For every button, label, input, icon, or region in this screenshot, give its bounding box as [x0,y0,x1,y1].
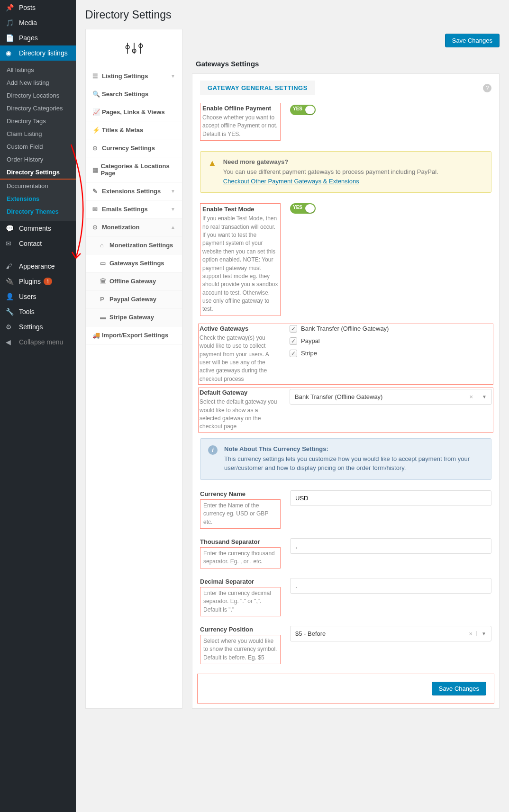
nav-currency-settings[interactable]: ⊙Currency Settings [86,139,182,157]
settings-sidebar: ☰Listing Settings▼ 🔍Search Settings 📈Pag… [85,29,182,709]
plug-icon: 🔌 [6,278,15,285]
default-gateway-select[interactable]: Bank Transfer (Offline Gateway) × ▼ [290,389,492,405]
media-icon: 🎵 [6,19,15,27]
sub-locations[interactable]: Directory Locations [0,89,76,102]
mail-icon: ✉ [6,240,15,247]
nav-monetization[interactable]: ⊙Monetization▲ [86,218,182,236]
help-icon[interactable]: ? [483,84,491,92]
default-gateway-desc: Select the default gateway you would lik… [200,398,280,431]
save-changes-bottom-button[interactable]: Save Changes [432,682,486,695]
nav-categories-locations[interactable]: ▦Categories & Locations Page [86,157,182,182]
active-gateways-label: Active Gateways [200,325,280,332]
comment-icon: 💬 [6,225,15,232]
save-changes-top-button[interactable]: Save Changes [445,34,500,47]
menu-plugins[interactable]: 🔌Plugins1 [0,274,76,289]
gateway-bank-checkbox[interactable]: ✓Bank Transfer (Offline Gateway) [290,325,492,333]
info-icon: i [208,445,218,455]
nav-stripe-gateway[interactable]: ▬Stripe Gateway [86,308,182,326]
page-icon: 📄 [6,34,15,42]
thousand-sep-input[interactable] [290,538,491,554]
sub-directory-themes[interactable]: Directory Themes [0,205,76,218]
chevron-down-icon: ▼ [171,73,175,79]
bolt-icon: ⚡ [92,126,102,134]
gateway-paypal-checkbox[interactable]: ✓Paypal [290,337,492,345]
nav-search-settings[interactable]: 🔍Search Settings [86,85,182,103]
sub-documentation[interactable]: Documentation [0,180,76,192]
clear-icon[interactable]: × [466,393,477,400]
submenu-directory: All listings Add New listing Directory L… [0,61,76,221]
test-mode-desc: If you enable Test Mode, then no real tr… [202,215,278,314]
grid-icon: ▦ [92,166,101,173]
collapse-icon: ◀ [6,338,15,346]
nav-listing-settings[interactable]: ☰Listing Settings▼ [86,67,182,85]
chevron-down-icon: ▼ [476,631,486,636]
sub-all-listings[interactable]: All listings [0,63,76,76]
currency-name-label: Currency Name [200,490,281,497]
menu-users[interactable]: 👤Users [0,289,76,304]
nav-titles-metas[interactable]: ⚡Titles & Metas [86,121,182,139]
nav-offline-gateway[interactable]: 🏛Offline Gateway [86,272,182,290]
plugins-badge: 1 [44,278,52,285]
menu-directory-listings[interactable]: ◉Directory listings [0,45,76,61]
enable-offline-label: Enable Offline Payment [202,105,278,112]
currency-position-label: Currency Position [200,626,281,633]
nav-emails-settings[interactable]: ✉Emails Settings▼ [86,200,182,218]
decimal-sep-input[interactable] [290,578,491,594]
test-mode-label: Enable Test Mode [202,206,278,213]
user-icon: 👤 [6,293,15,300]
sub-order-history[interactable]: Order History [0,153,76,166]
bank-icon: 🏛 [100,278,109,285]
nav-extensions-settings[interactable]: ✎Extensions Settings▼ [86,182,182,200]
sliders-icon: ⚙ [6,323,15,331]
sub-directory-settings[interactable]: Directory Settings [0,166,76,180]
sub-claim[interactable]: Claim Listing [0,127,76,140]
truck-icon: 🚚 [92,332,102,339]
envelope-icon: ✉ [92,206,102,213]
sub-add-new[interactable]: Add New listing [0,76,76,89]
page-title: Directory Settings [85,5,500,29]
default-gateway-label: Default Gateway [200,389,280,396]
menu-posts[interactable]: 📌Posts [0,0,76,15]
wand-icon: ✎ [92,188,102,195]
gateway-stripe-checkbox[interactable]: ✓Stripe [290,350,492,357]
nav-pages-links-views[interactable]: 📈Pages, Links & Views [86,103,182,121]
pin-icon: 📌 [6,4,15,11]
currency-icon: ⊙ [92,144,102,152]
chevron-down-icon: ▼ [477,394,487,399]
directory-icon: ◉ [6,49,15,57]
sub-extensions[interactable]: Extensions [0,192,76,205]
nav-monetization-settings[interactable]: ⌂Monetization Settings [86,236,182,254]
menu-appearance[interactable]: 🖌Appearance [0,259,76,274]
decimal-sep-desc: Enter the currency decimal separator. Eg… [200,587,281,616]
chart-icon: 📈 [92,108,102,116]
sub-custom-field[interactable]: Custom Field [0,140,76,153]
menu-media[interactable]: 🎵Media [0,15,76,30]
search-icon: 🔍 [92,90,102,98]
active-gateways-desc: Check the gateway(s) you would like to u… [200,334,280,383]
menu-comments[interactable]: 💬Comments [0,221,76,236]
nav-import-export[interactable]: 🚚Import/Export Settings [86,326,182,344]
sub-categories[interactable]: Directory Categories [0,102,76,115]
paypal-icon: P [100,296,109,303]
currency-name-input[interactable] [290,490,491,506]
menu-pages[interactable]: 📄Pages [0,30,76,45]
wp-admin-sidebar: 📌Posts 🎵Media 📄Pages ◉Directory listings… [0,0,76,812]
nav-gateways-settings[interactable]: ▭Gateways Settings [86,254,182,272]
enable-offline-toggle[interactable]: YES [290,105,316,115]
sub-tags[interactable]: Directory Tags [0,115,76,127]
test-mode-toggle[interactable]: YES [290,203,316,214]
currency-info-note: i Note About This Currency Settings: Thi… [200,438,491,480]
settings-logo [86,29,182,67]
content-title: Gateways Settings [192,52,500,73]
list-icon: ☰ [92,72,102,80]
checkout-gateways-link[interactable]: Checkout Other Payment Gateways & Extens… [223,178,359,185]
menu-settings[interactable]: ⚙Settings [0,319,76,334]
currency-position-select[interactable]: $5 - Before × ▼ [290,626,491,641]
collapse-menu[interactable]: ◀Collapse menu [0,334,76,350]
stripe-icon: ▬ [100,314,109,321]
menu-tools[interactable]: 🔧Tools [0,304,76,319]
nav-paypal-gateway[interactable]: PPaypal Gateway [86,290,182,308]
money-icon: ⊙ [92,224,102,231]
menu-contact[interactable]: ✉Contact [0,236,76,251]
clear-icon[interactable]: × [465,630,477,637]
